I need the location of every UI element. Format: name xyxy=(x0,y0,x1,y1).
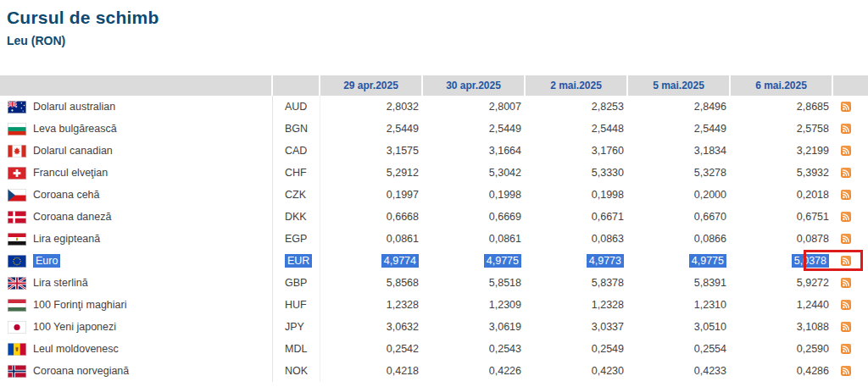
rate-value: 0,1998 xyxy=(489,189,521,201)
rate-value: 2,5449 xyxy=(387,123,419,135)
egypt-flag-icon xyxy=(8,233,26,246)
page-title: Cursul de schimb xyxy=(0,0,868,28)
rate-value: 0,2018 xyxy=(797,189,829,201)
currency-name: Euro xyxy=(33,254,60,268)
rss-icon xyxy=(841,366,851,376)
currency-row-eur: Euro EUR 4,9774 4,9775 4,9773 4,9775 5,0… xyxy=(0,250,868,272)
czechia-flag-icon xyxy=(8,189,26,202)
rate-value: 2,5448 xyxy=(592,123,624,135)
rate-value: 5,8378 xyxy=(592,277,624,289)
rate-value: 4,9773 xyxy=(587,254,624,268)
rate-value: 3,1664 xyxy=(489,145,521,157)
rate-value: 0,2542 xyxy=(387,343,419,355)
rate-value: 2,5449 xyxy=(489,123,521,135)
rate-value: 0,6671 xyxy=(592,211,624,223)
currency-row-bgn: Leva bulgărească BGN 2,5449 2,5449 2,544… xyxy=(0,118,868,140)
currency-name: 100 Yeni japonezi xyxy=(33,321,116,333)
rss-feed-link[interactable] xyxy=(841,256,851,266)
rss-column-header xyxy=(833,75,868,96)
norway-flag-icon xyxy=(8,365,26,378)
date-column-header: 6 mai.2025 xyxy=(731,75,833,96)
currency-row-huf: 100 Forinţi maghiari HUF 1,2328 1,2309 1… xyxy=(0,294,868,316)
rate-value: 0,2549 xyxy=(592,343,624,355)
rate-value: 3,0619 xyxy=(489,321,521,333)
currency-row-mdl: Leul moldovenesc MDL 0,2542 0,2543 0,254… xyxy=(0,338,868,360)
rate-value: 3,0632 xyxy=(387,321,419,333)
rss-icon xyxy=(841,322,851,332)
currency-row-nok: Coroana norvegiană NOK 0,4218 0,4226 0,4… xyxy=(0,360,868,382)
currency-row-czk: Coroana cehă CZK 0,1997 0,1998 0,1998 0,… xyxy=(0,184,868,206)
currency-code: NOK xyxy=(285,365,308,377)
rss-feed-link[interactable] xyxy=(841,300,851,310)
rate-value: 0,4286 xyxy=(797,365,829,377)
rate-value: 5,0378 xyxy=(792,254,829,268)
rate-value: 3,1834 xyxy=(694,145,726,157)
japan-flag-icon xyxy=(8,321,26,334)
hungary-flag-icon xyxy=(8,299,26,312)
rate-value: 0,0861 xyxy=(489,233,521,245)
currency-code: MDL xyxy=(285,343,307,355)
rate-value: 0,2000 xyxy=(694,189,726,201)
rate-value: 1,2440 xyxy=(797,299,829,311)
rss-feed-link[interactable] xyxy=(841,168,851,178)
currency-code: AUD xyxy=(285,101,307,113)
rss-feed-link[interactable] xyxy=(841,234,851,244)
currency-name: Coroana cehă xyxy=(33,189,100,201)
rate-value: 4,9774 xyxy=(381,254,419,268)
bulgaria-flag-icon xyxy=(8,123,26,135)
page-subtitle: Leu (RON) xyxy=(7,34,868,47)
currency-code: JPY xyxy=(285,321,304,333)
rss-feed-link[interactable] xyxy=(841,102,851,112)
currency-code: BGN xyxy=(285,123,308,135)
rate-value: 5,3278 xyxy=(694,167,726,179)
currency-row-aud: Dolarul australian AUD 2,8032 2,8007 2,8… xyxy=(0,96,868,118)
currency-row-gbp: Lira sterlină GBP 5,8568 5,8518 5,8378 5… xyxy=(0,272,868,294)
rss-feed-link[interactable] xyxy=(841,212,851,222)
rate-value: 3,1575 xyxy=(387,145,419,157)
currency-name: Francul elveţian xyxy=(33,167,108,179)
date-column-header: 2 mai.2025 xyxy=(526,75,628,96)
currency-name: Lira egipteană xyxy=(33,233,100,245)
denmark-flag-icon xyxy=(8,211,26,224)
rss-feed-link[interactable] xyxy=(841,190,851,200)
rate-value: 2,5449 xyxy=(694,123,726,135)
date-column-header: 30 apr.2025 xyxy=(423,75,526,96)
rate-value: 2,5758 xyxy=(797,123,829,135)
currency-code: EUR xyxy=(285,254,312,268)
rss-feed-link[interactable] xyxy=(841,344,851,354)
rate-value: 0,6751 xyxy=(797,211,829,223)
rss-feed-link[interactable] xyxy=(841,278,851,288)
rate-value: 0,0866 xyxy=(694,233,726,245)
rss-icon xyxy=(841,124,851,134)
rate-value: 0,1998 xyxy=(592,189,624,201)
eu-flag-icon xyxy=(8,255,26,268)
rss-icon xyxy=(841,212,851,222)
currency-name: Dolarul australian xyxy=(33,101,115,113)
uk-flag-icon xyxy=(8,277,26,290)
rate-value: 0,0863 xyxy=(592,233,624,245)
currency-code: CAD xyxy=(285,145,307,157)
currency-row-jpy: 100 Yeni japonezi JPY 3,0632 3,0619 3,03… xyxy=(0,316,868,338)
rate-value: 0,2554 xyxy=(694,343,726,355)
rate-value: 0,4226 xyxy=(489,365,521,377)
rss-feed-link[interactable] xyxy=(841,322,851,332)
rate-value: 4,9775 xyxy=(484,254,521,268)
rss-icon xyxy=(841,146,851,156)
rate-value: 3,1088 xyxy=(797,321,829,333)
rate-value: 5,8568 xyxy=(387,277,419,289)
rate-value: 0,2590 xyxy=(797,343,829,355)
switzerland-flag-icon xyxy=(8,167,26,180)
rss-feed-link[interactable] xyxy=(841,366,851,376)
rate-value: 2,8007 xyxy=(489,101,521,113)
rate-value: 2,8496 xyxy=(694,101,726,113)
rate-value: 0,6669 xyxy=(489,211,521,223)
currency-name: Leul moldovenesc xyxy=(33,343,119,355)
table-body: Dolarul australian AUD 2,8032 2,8007 2,8… xyxy=(0,96,868,382)
rate-value: 5,2912 xyxy=(387,167,419,179)
rate-value: 1,2328 xyxy=(592,299,624,311)
rss-feed-link[interactable] xyxy=(841,124,851,134)
rss-feed-link[interactable] xyxy=(841,146,851,156)
date-column-header: 29 apr.2025 xyxy=(320,75,423,96)
rate-value: 5,3330 xyxy=(592,167,624,179)
canada-flag-icon xyxy=(8,145,26,158)
